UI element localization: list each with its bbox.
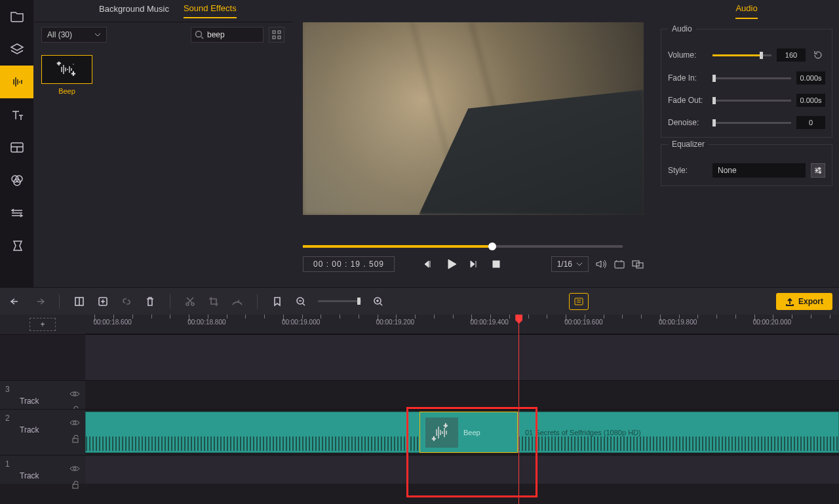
- audio-clip-beep[interactable]: + + Beep: [420, 412, 518, 453]
- svg-text:+: +: [71, 70, 75, 77]
- lock-icon[interactable]: [71, 435, 80, 444]
- library-panel: Background Music Sound Effects All (30): [33, 0, 292, 287]
- next-frame-button[interactable]: [467, 257, 482, 271]
- rail-layers[interactable]: [0, 33, 33, 66]
- split-button[interactable]: [70, 292, 88, 311]
- svg-rect-14: [636, 263, 643, 268]
- redo-button[interactable]: [30, 292, 49, 311]
- volume-slider[interactable]: [712, 54, 771, 56]
- fullscreen-icon[interactable]: [632, 259, 644, 269]
- eye-icon[interactable]: [69, 465, 80, 473]
- volume-value[interactable]: 160: [777, 48, 806, 62]
- svg-rect-28: [73, 438, 78, 442]
- eye-icon[interactable]: [69, 419, 80, 427]
- lock-icon[interactable]: [71, 480, 80, 490]
- fadein-label: Fade In:: [668, 73, 707, 83]
- prev-frame-button[interactable]: [421, 257, 437, 271]
- svg-rect-12: [615, 262, 624, 268]
- clip-label: Beep: [463, 429, 480, 436]
- track-spacer: [0, 334, 839, 380]
- rail-audio[interactable]: [0, 66, 33, 98]
- fadein-slider[interactable]: [712, 77, 791, 79]
- rail-filters[interactable]: [0, 164, 33, 197]
- add-button[interactable]: [94, 292, 112, 311]
- svg-rect-13: [633, 261, 639, 266]
- chevron-down-icon: [94, 33, 101, 37]
- snapshot-icon[interactable]: [614, 259, 625, 269]
- ruler-label: 00:00:19.800: [659, 319, 697, 326]
- track-body[interactable]: [85, 380, 839, 409]
- svg-rect-6: [278, 31, 281, 33]
- audio-legend: Audio: [668, 24, 696, 33]
- waveform-icon: + +: [431, 423, 453, 442]
- svg-rect-24: [575, 298, 583, 305]
- rail-media[interactable]: [0, 0, 33, 33]
- track-body[interactable]: [85, 455, 839, 484]
- delete-button[interactable]: [141, 292, 159, 311]
- ruler-label: 00:00:20.000: [753, 319, 791, 326]
- track-number: 2: [5, 414, 10, 423]
- preview-canvas[interactable]: [303, 22, 644, 215]
- ruler-label: 00:00:18.800: [187, 319, 225, 326]
- playback-ratio[interactable]: 1/16: [551, 256, 589, 272]
- fadeout-value[interactable]: 0.000s: [796, 94, 825, 107]
- rail-transitions[interactable]: [0, 197, 33, 229]
- cut-button[interactable]: [181, 292, 199, 311]
- marker-button[interactable]: [268, 292, 286, 311]
- timeline-ruler[interactable]: 00:00:18.60000:00:18.80000:00:19.00000:0…: [85, 315, 839, 334]
- zoom-slider[interactable]: [318, 300, 361, 302]
- svg-rect-8: [278, 36, 281, 39]
- mute-icon[interactable]: [595, 259, 607, 269]
- add-track-button[interactable]: +: [29, 318, 56, 331]
- denoise-slider[interactable]: [712, 122, 791, 124]
- timecode: 00 : 00 : 19 . 509: [303, 256, 395, 272]
- play-button[interactable]: [443, 256, 460, 273]
- track-row: 1 Track: [0, 455, 839, 484]
- undo-button[interactable]: [7, 292, 25, 311]
- link-button[interactable]: [117, 292, 136, 311]
- crop-button[interactable]: [205, 292, 223, 311]
- denoise-value[interactable]: 0: [796, 116, 825, 129]
- grid-icon: [272, 30, 281, 39]
- fadein-value[interactable]: 0.000s: [796, 71, 825, 85]
- rail-split[interactable]: [0, 131, 33, 164]
- eq-settings-button[interactable]: [811, 163, 825, 178]
- svg-point-17: [819, 172, 821, 174]
- tab-sound-effects[interactable]: Sound Effects: [184, 3, 237, 18]
- zoom-in-button[interactable]: [369, 292, 387, 311]
- playhead[interactable]: [518, 315, 519, 504]
- svg-text:+: +: [57, 62, 61, 67]
- asset-thumb[interactable]: + + Beep: [41, 55, 92, 95]
- export-button[interactable]: Export: [776, 293, 832, 310]
- svg-point-4: [196, 31, 202, 37]
- svg-point-16: [816, 170, 818, 172]
- scrub-knob[interactable]: [488, 242, 496, 250]
- speed-button[interactable]: [228, 292, 246, 311]
- category-dropdown[interactable]: All (30): [41, 27, 107, 43]
- eye-icon[interactable]: [69, 390, 80, 398]
- svg-rect-7: [273, 36, 275, 39]
- search-input[interactable]: [207, 30, 259, 39]
- fadeout-slider[interactable]: [712, 100, 791, 102]
- track-label: Track: [20, 471, 39, 480]
- svg-rect-32: [73, 484, 78, 488]
- props-tab-audio[interactable]: Audio: [735, 3, 757, 19]
- reset-volume-button[interactable]: [811, 48, 825, 62]
- svg-text:+: +: [432, 435, 436, 442]
- search-input-wrap[interactable]: [191, 27, 263, 43]
- stop-button[interactable]: [489, 257, 503, 271]
- zoom-out-button[interactable]: [292, 292, 310, 311]
- record-button[interactable]: [569, 293, 589, 310]
- eq-style-select[interactable]: None: [712, 163, 806, 178]
- ruler-label: 00:00:19.400: [470, 319, 508, 326]
- scrub-bar[interactable]: [303, 245, 623, 248]
- rail-text[interactable]: [0, 98, 33, 131]
- track-body[interactable]: 01 Secrets of Selfridges (1080p HD) + + …: [85, 409, 839, 455]
- grid-view-button[interactable]: [269, 27, 284, 43]
- export-icon: [785, 297, 794, 306]
- rail-elements[interactable]: [0, 229, 33, 262]
- tab-bg-music[interactable]: Background Music: [99, 4, 169, 18]
- category-label: All (30): [47, 30, 72, 39]
- timeline-toolbar: Export: [0, 287, 839, 315]
- ruler-label: 00:00:18.600: [93, 319, 131, 326]
